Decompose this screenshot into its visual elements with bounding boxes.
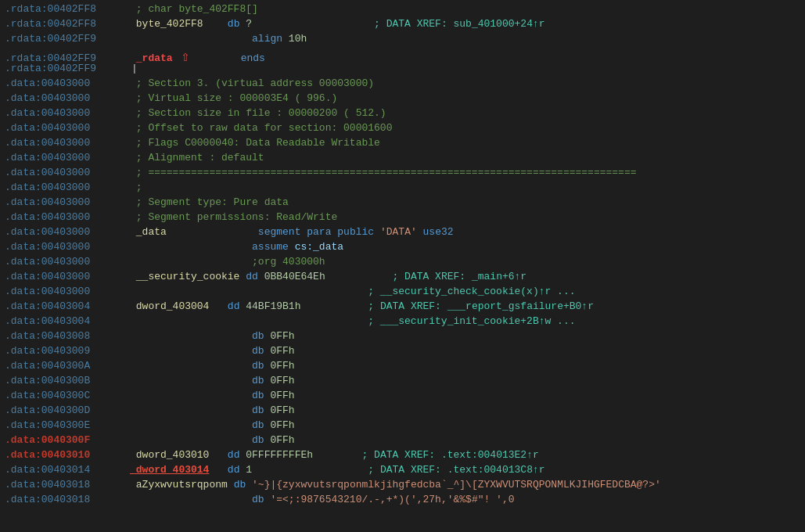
address: .data:00403000 — [5, 196, 130, 208]
address: .data:00403010 — [5, 449, 130, 461]
line-string-def: .data:00403018 aZyxwvutsrqponm db '~}|{z… — [0, 479, 805, 494]
address: .data:00403018 — [5, 479, 130, 491]
line-db-ff-5: .data:0040300C db 0FFh — [0, 390, 805, 404]
address: .data:00403004 — [5, 315, 130, 327]
line-data-segment: .data:00403000 _data segment para public… — [0, 226, 805, 241]
address: .data:0040300E — [5, 419, 130, 431]
line-seg-type: .data:00403000 ; Segment type: Pure data — [0, 196, 805, 211]
line-offset-raw: .data:00403000 ; Offset to raw data for … — [0, 122, 805, 137]
address: .rdata:00402FF8 — [5, 3, 130, 15]
address: .data:00403000 — [5, 211, 130, 223]
line-db-ff-1: .data:00403008 db 0FFh — [0, 330, 805, 345]
line-rdata-comment: .rdata:00402FF8 ; char byte_402FF8[] — [0, 3, 805, 18]
line-db-ff-2: .data:00403009 db 0FFh — [0, 345, 805, 360]
address: .data:00403000 — [5, 122, 130, 134]
line-byte-def: .rdata:00402FF8 byte_402FF8 db ? ; DATA … — [0, 18, 805, 33]
line-rdata-ends: .rdata:00402FF9 _rdata ⇧ ends — [0, 48, 805, 63]
line-cursor: .rdata:00402FF9 | — [0, 63, 805, 77]
line-separator: .data:00403000 ; =======================… — [0, 167, 805, 182]
address: .data:00403000 — [5, 241, 130, 253]
line-db-ff-6: .data:0040300D db 0FFh — [0, 404, 805, 419]
address: .data:00403000 — [5, 152, 130, 164]
address: .data:0040300D — [5, 404, 130, 416]
line-flags: .data:00403000 ; Flags C0000040: Data Re… — [0, 137, 805, 152]
address: .data:00403000 — [5, 107, 130, 119]
line-db-ff-8: .data:0040300F db 0FFh — [0, 434, 805, 449]
address: .data:00403014 — [5, 464, 130, 476]
address: .data:0040300F — [5, 434, 130, 446]
line-section3: .data:00403000 ; Section 3. (virtual add… — [0, 77, 805, 92]
address: .data:0040300C — [5, 390, 130, 401]
line-dword-403014: .data:00403014 dword_403014 dd 1 ; DATA … — [0, 464, 805, 479]
line-dword-403004: .data:00403004 dword_403004 dd 44BF19B1h… — [0, 300, 805, 315]
address: .data:00403008 — [5, 330, 130, 342]
line-security-init-comment: .data:00403004 ; ___security_init_cookie… — [0, 315, 805, 330]
line-db-ff-4: .data:0040300B db 0FFh — [0, 375, 805, 390]
line-section-size: .data:00403000 ; Section size in file : … — [0, 107, 805, 122]
address: .rdata:00402FF9 — [5, 63, 130, 74]
address: .data:00403000 — [5, 256, 130, 268]
address: .data:00403009 — [5, 345, 130, 357]
address: .data:00403000 — [5, 226, 130, 238]
line-db-ff-7: .data:0040300E db 0FFh — [0, 419, 805, 434]
address: .data:00403000 — [5, 137, 130, 149]
disassembly-view[interactable]: .rdata:00402FF8 ; char byte_402FF8[] .rd… — [0, 0, 805, 532]
address: .data:00403018 — [5, 494, 130, 505]
line-security-comment: .data:00403000 ; __security_check_cookie… — [0, 286, 805, 300]
address: .rdata:00402FF9 — [5, 33, 130, 45]
line-db-ff-3: .data:0040300A db 0FFh — [0, 360, 805, 375]
address: .data:00403000 — [5, 286, 130, 297]
line-virt-size: .data:00403000 ; Virtual size : 000003E4… — [0, 92, 805, 107]
line-security-cookie: .data:00403000 __security_cookie dd 0BB4… — [0, 271, 805, 286]
address: .data:00403000 — [5, 271, 130, 282]
line-string-cont: .data:00403018 db '=<;:9876543210/.-,+*)… — [0, 494, 805, 509]
line-alignment: .data:00403000 ; Alignment : default — [0, 152, 805, 167]
line-org: .data:00403000 ;org 403000h — [0, 256, 805, 271]
line-seg-perm: .data:00403000 ; Segment permissions: Re… — [0, 211, 805, 226]
line-semicolon: .data:00403000 ; — [0, 182, 805, 196]
address: .rdata:00402FF8 — [5, 18, 130, 30]
address: .data:00403000 — [5, 92, 130, 104]
line-dword-403010: .data:00403010 dword_403010 dd 0FFFFFFFF… — [0, 449, 805, 464]
address: .data:00403004 — [5, 300, 130, 312]
address: .data:00403000 — [5, 77, 130, 89]
line-assume: .data:00403000 assume cs:_data — [0, 241, 805, 256]
address: .data:00403000 — [5, 182, 130, 193]
line-align: .rdata:00402FF9 align 10h — [0, 33, 805, 48]
address: .data:0040300B — [5, 375, 130, 386]
address: .data:0040300A — [5, 360, 130, 372]
address: .data:00403000 — [5, 167, 130, 178]
